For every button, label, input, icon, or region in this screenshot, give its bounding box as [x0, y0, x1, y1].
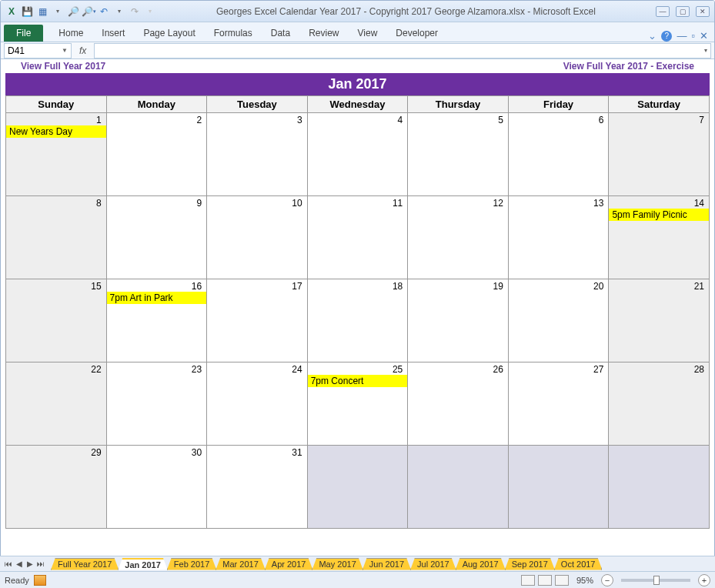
- sheet-tab[interactable]: Mar 2017: [216, 558, 265, 570]
- sheet-tab[interactable]: Aug 2017: [456, 558, 506, 570]
- page-layout-view-icon[interactable]: [538, 575, 552, 586]
- zoom-in-button[interactable]: +: [698, 574, 710, 586]
- calendar-cell[interactable]: 22: [6, 362, 107, 446]
- sheet-tab[interactable]: Oct 2017: [554, 558, 603, 570]
- calendar-cell[interactable]: [408, 446, 509, 529]
- find-icon[interactable]: 🔎: [67, 5, 79, 18]
- zoom-slider-thumb[interactable]: [653, 576, 660, 585]
- redo-dropdown-icon[interactable]: ▾: [144, 5, 156, 18]
- calendar-cell[interactable]: 3: [207, 113, 308, 196]
- calendar-cell[interactable]: 21: [609, 279, 710, 362]
- calendar-cell[interactable]: 11: [307, 196, 408, 279]
- zoom-level[interactable]: 95%: [576, 576, 593, 585]
- calendar-event[interactable]: 7pm Art in Park: [107, 292, 207, 304]
- sheet-tab[interactable]: Jul 2017: [410, 558, 456, 570]
- calendar-cell[interactable]: 12: [408, 196, 509, 279]
- calendar-cell[interactable]: 10: [207, 196, 308, 279]
- calendar-cell[interactable]: [609, 446, 710, 529]
- sheet-tab[interactable]: Feb 2017: [167, 558, 216, 570]
- calendar-cell[interactable]: 6: [508, 113, 609, 196]
- ribbon-tab-formulas[interactable]: Formulas: [205, 25, 262, 42]
- calendar-cell[interactable]: 7: [609, 113, 710, 196]
- redo-icon[interactable]: ↷: [129, 5, 141, 18]
- tab-next-icon[interactable]: ▶: [25, 560, 35, 568]
- tab-first-icon[interactable]: ⏮: [3, 560, 14, 568]
- sheet-tab[interactable]: Jun 2017: [363, 558, 411, 570]
- calendar-cell[interactable]: 17: [207, 279, 308, 362]
- sheet-tab[interactable]: Jan 2017: [118, 558, 167, 570]
- excel-icon[interactable]: X: [5, 5, 18, 18]
- window-min-icon[interactable]: —: [677, 30, 687, 42]
- undo-icon[interactable]: ↶: [98, 5, 110, 18]
- calendar-cell[interactable]: 27: [508, 362, 609, 446]
- ribbon-tab-page-layout[interactable]: Page Layout: [134, 25, 204, 42]
- calendar-cell[interactable]: 9: [106, 196, 207, 279]
- ribbon-tab-home[interactable]: Home: [49, 25, 92, 42]
- page-break-view-icon[interactable]: [555, 575, 569, 586]
- save-icon[interactable]: 💾: [21, 5, 33, 18]
- undo-dropdown-icon[interactable]: ▾: [113, 5, 125, 18]
- calendar-grid[interactable]: SundayMondayTuesdayWednesdayThursdayFrid…: [5, 95, 710, 529]
- calendar-cell[interactable]: 28: [609, 362, 710, 446]
- sheet-tab[interactable]: Full Year 2017: [51, 558, 119, 570]
- normal-view-icon[interactable]: [521, 575, 535, 586]
- calendar-cell[interactable]: 31: [207, 446, 308, 529]
- calendar-cell[interactable]: 13: [508, 196, 609, 279]
- calendar-cell[interactable]: [508, 446, 609, 529]
- calendar-cell[interactable]: 8: [6, 196, 107, 279]
- window-restore-icon[interactable]: ▫: [691, 30, 695, 42]
- ribbon-collapse-icon[interactable]: ⌄: [648, 30, 657, 42]
- sheet-tab[interactable]: Apr 2017: [265, 558, 313, 570]
- close-button[interactable]: ✕: [696, 6, 710, 17]
- zoom-slider[interactable]: [621, 579, 690, 582]
- calendar-cell[interactable]: 4: [307, 113, 408, 196]
- sheet-tab[interactable]: May 2017: [312, 558, 363, 570]
- calendar-cell[interactable]: 30: [106, 446, 207, 529]
- qat-dropdown-icon[interactable]: ▾: [52, 5, 64, 18]
- help-icon[interactable]: ?: [661, 31, 672, 42]
- sheet-tab[interactable]: Sep 2017: [505, 558, 555, 570]
- ribbon-tab-developer[interactable]: Developer: [386, 25, 447, 42]
- calendar-cell[interactable]: 29: [6, 446, 107, 529]
- calendar-cell[interactable]: 19: [408, 279, 509, 362]
- minimize-button[interactable]: —: [656, 6, 670, 17]
- maximize-button[interactable]: ▢: [676, 6, 690, 17]
- view-full-year-exercise-link[interactable]: View Full Year 2017 - Exercise: [563, 61, 694, 72]
- day-number: 17: [207, 279, 307, 292]
- calendar-cell[interactable]: 24: [207, 362, 308, 446]
- find-dropdown-icon[interactable]: 🔎▾: [82, 5, 95, 18]
- calendar-cell[interactable]: [307, 446, 408, 529]
- calendar-cell[interactable]: 23: [106, 362, 207, 446]
- ribbon-tab-review[interactable]: Review: [299, 25, 348, 42]
- calendar-cell[interactable]: 15: [6, 279, 107, 362]
- calendar-cell[interactable]: 1New Years Day: [6, 113, 107, 196]
- ribbon-tab-insert[interactable]: Insert: [92, 25, 134, 42]
- view-full-year-link[interactable]: View Full Year 2017: [21, 61, 105, 72]
- zoom-out-button[interactable]: −: [601, 574, 613, 586]
- formula-input[interactable]: ▾: [94, 43, 711, 58]
- calendar-event[interactable]: 5pm Family Picnic: [609, 209, 709, 221]
- calendar-event[interactable]: New Years Day: [6, 125, 106, 138]
- day-number: 27: [509, 362, 609, 375]
- tab-last-icon[interactable]: ⏭: [35, 560, 46, 568]
- qat-icon-1[interactable]: ▦: [36, 5, 48, 18]
- calendar-event[interactable]: 7pm Concert: [308, 375, 408, 387]
- macro-record-icon[interactable]: [34, 575, 46, 586]
- name-box-dropdown-icon[interactable]: ▼: [62, 47, 68, 54]
- calendar-cell[interactable]: 5: [408, 113, 509, 196]
- file-tab[interactable]: File: [4, 25, 43, 42]
- name-box[interactable]: D41 ▼: [4, 43, 72, 58]
- formula-expand-icon[interactable]: ▾: [704, 47, 707, 54]
- calendar-cell[interactable]: 167pm Art in Park: [106, 279, 207, 362]
- ribbon-tab-data[interactable]: Data: [262, 25, 299, 42]
- calendar-cell[interactable]: 26: [408, 362, 509, 446]
- calendar-cell[interactable]: 18: [307, 279, 408, 362]
- tab-prev-icon[interactable]: ◀: [14, 560, 25, 568]
- calendar-cell[interactable]: 257pm Concert: [307, 362, 408, 446]
- calendar-cell[interactable]: 2: [106, 113, 207, 196]
- ribbon-tab-view[interactable]: View: [349, 25, 387, 42]
- window-close-icon[interactable]: ✕: [700, 30, 708, 42]
- fx-label[interactable]: fx: [79, 45, 86, 56]
- calendar-cell[interactable]: 145pm Family Picnic: [609, 196, 710, 279]
- calendar-cell[interactable]: 20: [508, 279, 609, 362]
